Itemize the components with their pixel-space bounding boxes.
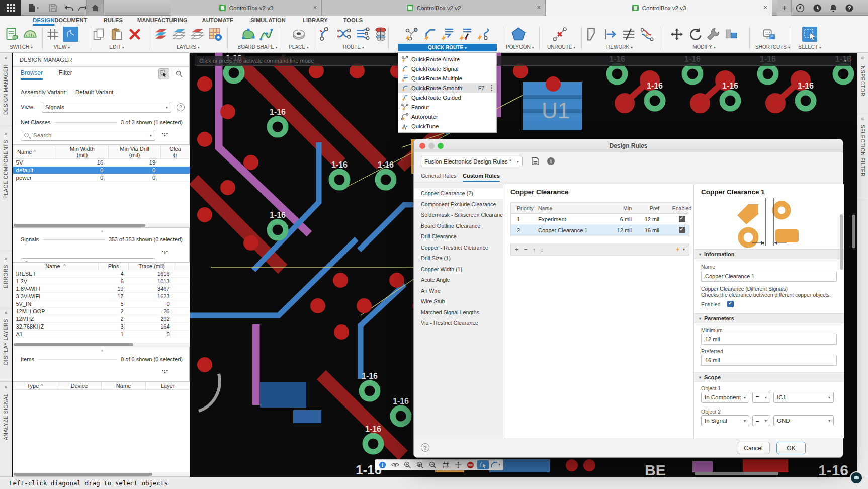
column-header-pins[interactable]: Pins — [99, 263, 129, 270]
layers-bottom-icon[interactable] — [189, 26, 205, 42]
rule-item-via-restrict[interactable]: Via - Restrict Clearance — [414, 318, 503, 329]
menu-tab-simulation[interactable]: SIMULATION — [250, 17, 286, 24]
column-header-type[interactable]: Type ^ — [13, 382, 57, 390]
rail-tab-selection-filter[interactable]: « SELECTION FILTER — [857, 113, 868, 201]
object1-operator-select[interactable]: =▾ — [752, 392, 770, 403]
menu-tab-design[interactable]: DESIGN — [33, 17, 54, 26]
column-header-pref[interactable]: Pref — [639, 205, 659, 211]
save-ruleset-button[interactable] — [531, 156, 540, 167]
command-line-input[interactable] — [199, 58, 844, 64]
object1-value-select[interactable]: IC1▾ — [773, 392, 834, 403]
signal-row[interactable]: 1.2V61013 — [13, 278, 190, 285]
signal-row[interactable]: 32.768KHZ3164 — [13, 323, 190, 331]
tab-filter[interactable]: Filter — [59, 69, 72, 78]
assistant-button[interactable] — [850, 471, 863, 484]
panel-splitter[interactable] — [101, 230, 103, 232]
column-header-device[interactable]: Device — [57, 382, 102, 390]
ruleset-select[interactable]: Fusion Electronics Design Rules * ▾ — [421, 156, 523, 167]
move-icon[interactable] — [669, 26, 685, 42]
parameters-section-header[interactable]: ▾ Parameters — [694, 313, 844, 323]
run-drc-icon[interactable] — [675, 246, 681, 253]
horizontal-scrollbar[interactable] — [13, 472, 190, 476]
menu-item-fanout[interactable]: Fanout — [398, 102, 496, 112]
select-tool-icon[interactable] — [802, 26, 818, 42]
polygon-dropdown[interactable]: POLYGON ▾ — [506, 44, 531, 50]
quick-route-dropdown[interactable]: QUICK ROUTE ▾ — [398, 44, 497, 51]
information-section-header[interactable]: ▾ Information — [694, 249, 844, 259]
move-rule-up-button[interactable]: ↑ — [533, 247, 536, 253]
rail-tab-inspector[interactable]: « INSPECTOR — [857, 53, 868, 113]
scope-section-header[interactable]: ▾ Scope — [694, 372, 844, 382]
document-tab-2[interactable]: ControlBox v2 v2 × — [322, 0, 546, 16]
detail-scrollbar[interactable] — [840, 214, 843, 270]
enabled-checkbox[interactable] — [679, 216, 685, 222]
add-rule-button[interactable]: + — [515, 246, 519, 253]
route-manual-icon[interactable] — [318, 26, 334, 42]
shortcuts-icon[interactable]: ^+ — [761, 26, 777, 42]
rework-smooth-icon[interactable] — [639, 26, 655, 42]
canvas-vertical-scrollbar[interactable] — [852, 215, 855, 248]
layers-stack-icon[interactable] — [153, 26, 169, 42]
select-dropdown[interactable]: SELECT ▾ — [797, 44, 823, 50]
menu-tab-rules[interactable]: RULES — [104, 17, 123, 24]
menu-item-quickroute-guided[interactable]: QuickRoute Guided — [398, 93, 496, 102]
minimum-input[interactable] — [701, 334, 837, 345]
zoom-to-selection-button[interactable] — [173, 68, 185, 79]
undo-button[interactable] — [62, 2, 76, 14]
rule-item-soldermask-silkscreen[interactable]: Soldermask - Silkscreen Clearance — [414, 210, 503, 221]
view-select[interactable]: Signals ▾ — [42, 102, 171, 113]
quickroute-smooth-icon[interactable] — [458, 26, 474, 42]
column-header-layer[interactable]: Layer — [146, 382, 190, 390]
preferred-input[interactable] — [701, 355, 837, 366]
command-line-bar[interactable]: ▾ — [195, 56, 851, 66]
ok-button[interactable]: OK — [776, 442, 806, 454]
menu-item-quickroute-airwire[interactable]: QuickRoute Airwire — [398, 54, 496, 64]
rule-item-copper-restrict[interactable]: Copper - Restrict Clearance — [414, 242, 503, 254]
object2-field-select[interactable]: In Signal▾ — [701, 415, 749, 426]
rail-drag-handle[interactable] — [861, 204, 866, 213]
switch-schematic-icon[interactable] — [4, 26, 20, 42]
net-class-row[interactable]: power 0 0 — [13, 174, 190, 182]
switch-dropdown[interactable]: SWITCH ▾ — [1, 44, 41, 50]
quickroute-signal-icon[interactable] — [421, 26, 438, 42]
items-more-button[interactable]: ▾ — [160, 367, 169, 378]
object1-field-select[interactable]: In Component▾ — [701, 392, 749, 403]
column-header-clearance[interactable]: Clea(r — [161, 145, 190, 159]
edit-dropdown[interactable]: EDIT ▾ — [89, 44, 145, 50]
layers-top-icon[interactable] — [171, 26, 187, 42]
quickroute-multiple-icon[interactable] — [440, 26, 456, 42]
net-class-row-selected[interactable]: default 0 0 — [13, 167, 190, 174]
align-icon[interactable] — [723, 26, 739, 42]
place-dropdown[interactable]: PLACE ▾ — [287, 44, 311, 50]
rail-tab-errors[interactable]: » ERRORS — [0, 253, 12, 307]
quickroute-tune-icon[interactable] — [476, 26, 492, 42]
rule-item-component-exclude[interactable]: Component Exclude Clearance — [414, 199, 503, 210]
job-status-button[interactable] — [812, 3, 823, 14]
origin-button[interactable] — [452, 460, 464, 469]
rule-row-copper-clearance-1-selected[interactable]: 2 Copper Clearance 1 12 mil 16 mil — [511, 225, 689, 236]
dnd-toggle-button[interactable] — [465, 460, 476, 469]
panel-splitter[interactable] — [101, 350, 103, 352]
rule-item-drill-size[interactable]: Drill Size (1) — [414, 253, 503, 264]
signals-more-button[interactable]: ▾ — [160, 247, 169, 258]
signal-row[interactable]: A110 — [13, 331, 190, 338]
document-tab-3-active[interactable]: ControlBox v2 v3 × — [546, 0, 772, 16]
close-tab-icon[interactable]: × — [537, 4, 541, 11]
rule-item-acute-angle[interactable]: Acute Angle — [414, 275, 503, 286]
rail-tab-place-components[interactable]: » PLACE COMPONENTS — [0, 128, 12, 253]
wrench-icon[interactable] — [705, 26, 721, 42]
home-button[interactable] — [86, 0, 104, 16]
zoom-in-button[interactable] — [402, 460, 413, 469]
rule-item-board-outline[interactable]: Board Outline Clearance — [414, 221, 503, 232]
enabled-checkbox[interactable] — [679, 227, 685, 233]
active-select-tool-button[interactable] — [477, 460, 489, 469]
view-help-button[interactable]: ? — [177, 103, 185, 111]
rule-name-input[interactable] — [701, 271, 837, 282]
dialog-titlebar[interactable]: Design Rules — [414, 139, 843, 152]
menu-tab-manufacturing[interactable]: MANUFACTURING — [137, 17, 188, 24]
rework-arrow-icon[interactable] — [602, 26, 619, 42]
dialog-help-button[interactable]: ? — [421, 443, 429, 452]
app-grid-button[interactable] — [0, 0, 21, 16]
search-input[interactable] — [33, 132, 155, 138]
signal-row[interactable]: !RESET41616 — [13, 270, 190, 278]
